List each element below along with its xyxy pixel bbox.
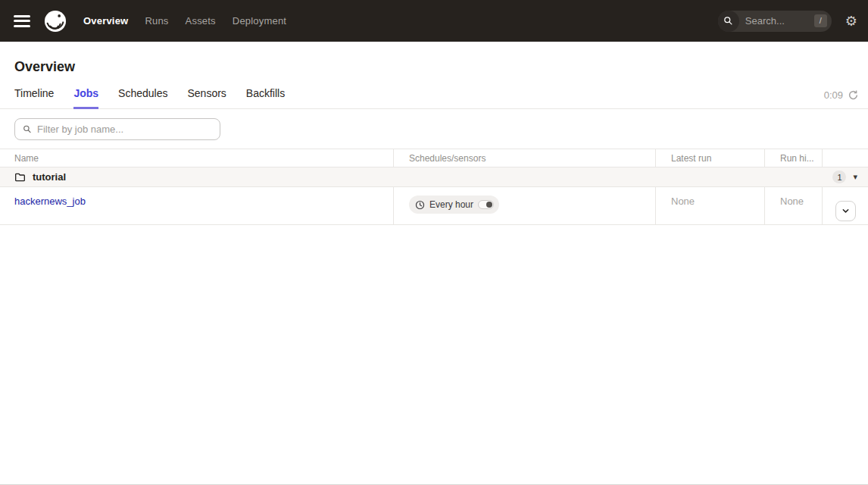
- job-schedules-cell: Every hour: [394, 187, 656, 224]
- group-row-right: 1 ▾: [832, 171, 857, 183]
- tab-schedules[interactable]: Schedules: [118, 87, 167, 109]
- repo-group-row-tutorial[interactable]: tutorial 1 ▾: [0, 167, 868, 187]
- column-header-name: Name: [0, 149, 394, 167]
- column-header-run-history: Run hi...: [765, 149, 823, 167]
- job-filter[interactable]: [14, 118, 220, 140]
- nav-item-deployment[interactable]: Deployment: [233, 15, 286, 27]
- tab-jobs[interactable]: Jobs: [73, 87, 98, 109]
- page-title: Overview: [0, 42, 868, 75]
- tab-sensors[interactable]: Sensors: [187, 87, 226, 109]
- column-header-actions: [823, 149, 868, 167]
- nav-item-overview[interactable]: Overview: [83, 15, 128, 27]
- group-name: tutorial: [33, 171, 66, 183]
- search-input[interactable]: [739, 15, 800, 27]
- hamburger-menu-icon[interactable]: [14, 14, 33, 29]
- nav-item-assets[interactable]: Assets: [186, 15, 216, 27]
- run-history-cell: None: [765, 187, 823, 224]
- table-header-row: Name Schedules/sensors Latest run Run hi…: [0, 149, 868, 167]
- collapse-caret-icon[interactable]: ▾: [853, 173, 857, 181]
- top-nav-links: Overview Runs Assets Deployment: [83, 15, 286, 27]
- jobs-table: Name Schedules/sensors Latest run Run hi…: [0, 149, 868, 225]
- global-search[interactable]: /: [718, 11, 832, 32]
- overview-page: Overview Timeline Jobs Schedules Sensors…: [0, 42, 868, 225]
- tab-backfills[interactable]: Backfills: [246, 87, 285, 109]
- job-filter-input[interactable]: [37, 124, 212, 135]
- nav-item-runs[interactable]: Runs: [145, 15, 168, 27]
- table-row: hackernews_job Every hour None None: [0, 187, 868, 225]
- overview-tabs: Timeline Jobs Schedules Sensors Backfill…: [14, 87, 285, 108]
- row-actions-cell: [823, 187, 868, 224]
- topbar-right: / ⚙: [718, 11, 857, 32]
- refresh-icon[interactable]: [848, 89, 859, 101]
- folder-icon: [14, 171, 26, 183]
- filter-search-icon: [23, 124, 32, 134]
- search-shortcut-badge: /: [814, 14, 827, 27]
- filter-row: [0, 109, 868, 149]
- row-actions-button[interactable]: [835, 201, 856, 221]
- top-nav-bar: Overview Runs Assets Deployment / ⚙: [0, 0, 868, 42]
- job-name-cell: hackernews_job: [0, 187, 394, 224]
- refresh-area: 0:09: [824, 89, 859, 108]
- job-count-badge: 1: [832, 171, 846, 183]
- schedule-toggle[interactable]: [478, 200, 494, 209]
- refresh-countdown: 0:09: [824, 89, 843, 101]
- schedule-label: Every hour: [429, 199, 473, 210]
- gear-icon[interactable]: ⚙: [845, 14, 857, 28]
- chevron-down-icon: [841, 207, 850, 215]
- run-history-value: None: [780, 196, 804, 207]
- tab-timeline[interactable]: Timeline: [14, 87, 54, 109]
- search-icon: [718, 11, 739, 32]
- dagster-logo[interactable]: [44, 10, 67, 33]
- job-link-hackernews-job[interactable]: hackernews_job: [14, 196, 86, 207]
- clock-icon: [415, 200, 425, 210]
- latest-run-cell: None: [656, 187, 765, 224]
- tabs-row: Timeline Jobs Schedules Sensors Backfill…: [0, 75, 868, 109]
- column-header-latest-run: Latest run: [656, 149, 765, 167]
- column-header-schedules-sensors: Schedules/sensors: [394, 149, 656, 167]
- schedule-chip[interactable]: Every hour: [409, 196, 499, 214]
- latest-run-value: None: [671, 196, 695, 207]
